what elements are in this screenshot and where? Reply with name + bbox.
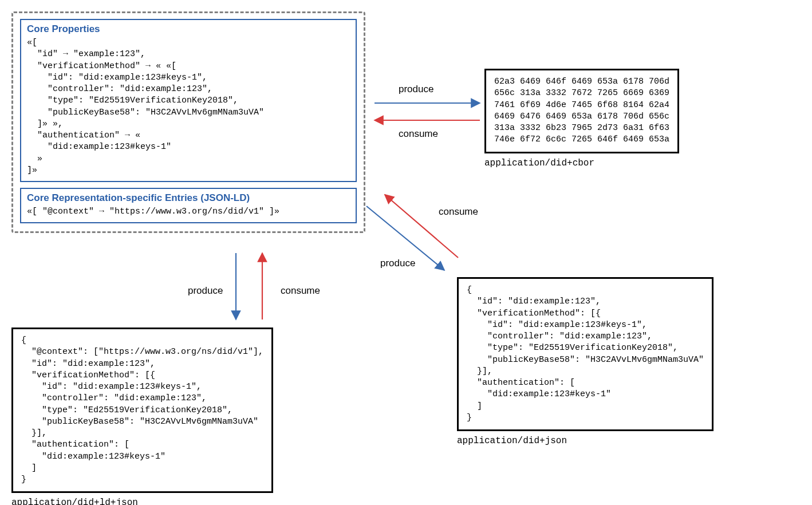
jsonld-box: { "@context": ["https://www.w3.org/ns/di… [11, 328, 273, 493]
data-model-container: Core Properties «[ "id" → "example:123",… [11, 11, 365, 233]
jsonld-mime: application/did+ld+json [11, 498, 273, 505]
cbor-box: 62a3 6469 646f 6469 653a 6178 706d 656c … [484, 69, 679, 153]
arrow-consume-json [385, 195, 458, 258]
produce-label-json: produce [380, 258, 415, 269]
rep-specific-box: Core Representation-specific Entries (JS… [20, 188, 357, 223]
json-container: { "id": "did:example:123", "verification… [457, 277, 714, 446]
produce-label-jsonld: produce [188, 285, 223, 297]
rep-specific-code: «[ "@context" → "https://www.w3.org/ns/d… [27, 206, 350, 218]
core-properties-code: «[ "id" → "example:123", "verificationMe… [27, 37, 350, 176]
json-mime: application/did+json [457, 436, 714, 446]
diagram-canvas: Core Properties «[ "id" → "example:123",… [0, 0, 812, 505]
json-code: { "id": "did:example:123", "verification… [467, 285, 704, 424]
consume-label-jsonld: consume [281, 285, 320, 297]
consume-label-cbor: consume [399, 128, 438, 140]
jsonld-code: { "@context": ["https://www.w3.org/ns/di… [21, 335, 263, 486]
core-properties-box: Core Properties «[ "id" → "example:123",… [20, 19, 357, 182]
jsonld-container: { "@context": ["https://www.w3.org/ns/di… [11, 328, 273, 505]
cbor-container: 62a3 6469 646f 6469 653a 6178 706d 656c … [484, 69, 679, 168]
rep-specific-title: Core Representation-specific Entries (JS… [27, 192, 350, 204]
cbor-mime: application/did+cbor [484, 158, 679, 168]
produce-label-cbor: produce [399, 84, 433, 95]
consume-label-json: consume [439, 206, 478, 218]
json-box: { "id": "did:example:123", "verification… [457, 277, 714, 431]
cbor-hex: 62a3 6469 646f 6469 653a 6178 706d 656c … [494, 76, 669, 146]
core-properties-title: Core Properties [27, 23, 350, 35]
